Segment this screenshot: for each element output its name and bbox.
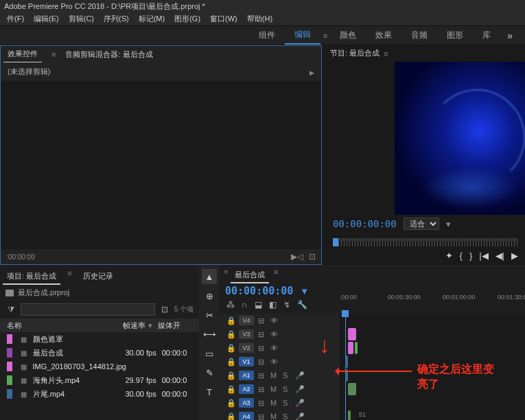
audio-track-header[interactable]: 🔒 A1 ⊟ M S 🎤: [220, 369, 340, 382]
ws-tab-assembly[interactable]: 组件: [249, 27, 285, 44]
eye-icon[interactable]: 👁: [270, 330, 279, 338]
go-to-in-button[interactable]: |◀: [479, 250, 488, 261]
menu-window[interactable]: 窗口(W): [206, 12, 242, 25]
mute-icon[interactable]: M: [270, 385, 279, 393]
lock-icon[interactable]: 🔒: [226, 412, 235, 421]
audio-track-header[interactable]: 🔒 A3 ⊟ M S 🎤: [220, 396, 340, 410]
timeline-options-icon[interactable]: ≡: [273, 268, 277, 283]
timeline-tab[interactable]: 最后合成: [231, 268, 269, 283]
clip-v3[interactable]: [348, 328, 356, 340]
lock-icon[interactable]: 🔒: [226, 399, 235, 408]
zoom-select[interactable]: 适合: [404, 218, 439, 230]
col-framerate[interactable]: 帧速率: [117, 320, 158, 331]
in-point-button[interactable]: {: [460, 250, 463, 261]
track-area[interactable]: 51: [340, 314, 525, 420]
loop-icon[interactable]: ▶◁: [291, 252, 303, 261]
out-point-button[interactable]: }: [469, 250, 472, 261]
insert-toggle[interactable]: ◧: [269, 300, 277, 310]
new-bin-icon[interactable]: ⊡: [159, 304, 170, 315]
menu-graphics[interactable]: 图形(G): [170, 12, 205, 25]
solo-icon[interactable]: S: [283, 399, 291, 407]
type-tool[interactable]: T: [202, 384, 217, 399]
ws-tab-color[interactable]: 颜色: [330, 27, 366, 44]
project-options-icon[interactable]: ≡: [67, 269, 71, 285]
clip-v1[interactable]: [345, 355, 348, 368]
clip-a2[interactable]: [348, 383, 356, 395]
sync-lock-icon[interactable]: ⊟: [258, 316, 266, 325]
linked-selection-toggle[interactable]: ∩: [242, 300, 248, 310]
track-select-tool[interactable]: ⊕: [202, 288, 217, 303]
tab-history[interactable]: 历史记录: [79, 269, 117, 285]
tab-project[interactable]: 项目: 最后合成: [3, 269, 60, 285]
sync-lock-icon[interactable]: ⊟: [258, 412, 266, 421]
ws-tab-graphics[interactable]: 图形: [437, 27, 473, 44]
project-item[interactable]: ▦ 最后合成 30.00 fps 00:00:0: [0, 346, 199, 360]
voiceover-mic-icon[interactable]: 🎤: [295, 399, 303, 408]
panel-tab-equiv-icon[interactable]: ≡: [47, 50, 56, 58]
track-label[interactable]: A2: [239, 384, 254, 394]
audio-track-header[interactable]: 🔒 A4 ⊟ M S 🎤: [220, 410, 340, 420]
ws-tab-effects[interactable]: 效果: [366, 27, 401, 44]
mute-icon[interactable]: M: [270, 412, 279, 420]
settings-icon[interactable]: ↯: [283, 300, 290, 310]
eye-icon[interactable]: 👁: [270, 358, 279, 366]
program-timecode[interactable]: 00:00:00:00: [333, 218, 397, 229]
voiceover-mic-icon[interactable]: 🎤: [295, 385, 303, 394]
menu-edit[interactable]: 编辑(E): [30, 12, 63, 25]
video-track-header[interactable]: 🔒 V2 ⊟ 👁: [220, 341, 340, 355]
wrench-icon[interactable]: 🔧: [297, 300, 307, 310]
sync-lock-icon[interactable]: ⊟: [258, 330, 266, 339]
track-label[interactable]: V3: [239, 329, 254, 339]
clip-v2a[interactable]: [348, 342, 353, 354]
search-input[interactable]: [21, 303, 155, 316]
eye-icon[interactable]: 👁: [270, 344, 279, 352]
track-label[interactable]: A4: [239, 412, 254, 420]
marker-button[interactable]: ✦: [445, 250, 453, 261]
project-item[interactable]: ▦ 海角片头.mp4 29.97 fps 00:00:0: [0, 373, 199, 387]
sync-lock-icon[interactable]: ⊟: [258, 358, 266, 366]
razor-tool[interactable]: ⟷: [202, 327, 217, 342]
program-scrubber[interactable]: [326, 233, 525, 246]
lock-icon[interactable]: 🔒: [226, 330, 235, 339]
tl-close-icon[interactable]: ×: [224, 268, 228, 283]
mute-icon[interactable]: M: [270, 399, 279, 407]
snap-toggle[interactable]: ⁂: [226, 300, 235, 310]
eye-icon[interactable]: 👁: [270, 316, 279, 325]
tab-effect-controls[interactable]: 效果控件: [3, 46, 42, 63]
track-label[interactable]: V2: [239, 343, 254, 353]
track-label[interactable]: V1: [239, 357, 254, 366]
track-label[interactable]: V4: [239, 316, 254, 325]
ws-overflow-button[interactable]: »: [500, 27, 520, 44]
ripple-edit-tool[interactable]: ✂: [202, 307, 217, 323]
solo-icon[interactable]: S: [283, 371, 291, 380]
solo-icon[interactable]: S: [283, 385, 291, 393]
program-preview[interactable]: [395, 62, 525, 215]
ws-options-icon[interactable]: ≡: [320, 32, 330, 40]
filter-icon[interactable]: ⧩: [5, 304, 16, 315]
lock-icon[interactable]: 🔒: [226, 344, 235, 353]
project-item[interactable]: ▦ 片尾.mp4 30.00 fps 00:00:0: [0, 387, 199, 401]
lock-icon[interactable]: 🔒: [226, 371, 235, 380]
program-title[interactable]: 节目: 最后合成: [330, 48, 380, 58]
expand-icon[interactable]: [310, 68, 314, 76]
col-name[interactable]: 名称: [7, 320, 117, 331]
sync-lock-icon[interactable]: ⊟: [258, 385, 266, 394]
track-label[interactable]: A3: [239, 398, 254, 408]
voiceover-mic-icon[interactable]: 🎤: [295, 371, 303, 380]
sync-lock-icon[interactable]: ⊟: [258, 399, 266, 408]
clip-a4[interactable]: [348, 410, 351, 420]
lock-icon[interactable]: 🔒: [226, 385, 235, 394]
zoom-chevron-icon[interactable]: ▾: [446, 219, 451, 229]
program-options-icon[interactable]: ≡: [384, 49, 388, 58]
video-track-header[interactable]: 🔒 V3 ⊟ 👁: [220, 327, 340, 341]
menu-marker[interactable]: 标记(M): [135, 12, 170, 25]
clip-a1[interactable]: [345, 369, 348, 382]
tab-audio-clip-mixer[interactable]: 音频剪辑混合器: 最后合成: [61, 47, 156, 62]
step-back-button[interactable]: ◀|: [495, 250, 504, 261]
project-item[interactable]: ▦ 颜色遮罩: [0, 332, 199, 346]
sync-lock-icon[interactable]: ⊟: [258, 344, 266, 353]
sync-lock-icon[interactable]: ⊟: [258, 371, 266, 380]
menu-help[interactable]: 帮助(H): [243, 12, 277, 25]
lock-icon[interactable]: 🔒: [226, 316, 235, 325]
voiceover-mic-icon[interactable]: 🎤: [295, 412, 303, 421]
